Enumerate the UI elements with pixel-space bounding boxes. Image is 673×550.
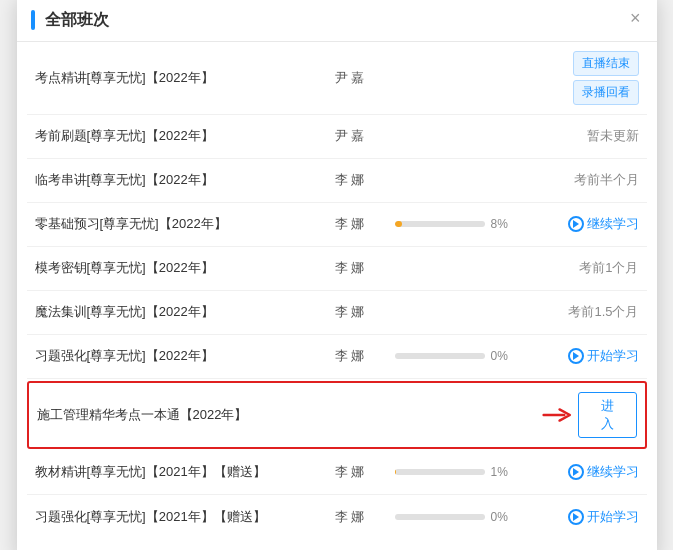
modal-title: 全部班次 bbox=[45, 10, 109, 31]
play-circle-icon bbox=[568, 348, 584, 364]
progress-bar-track bbox=[395, 514, 485, 520]
header-accent-bar bbox=[31, 10, 35, 30]
course-name: 模考密钥[尊享无忧]【2022年】 bbox=[35, 259, 335, 277]
progress-area: 1% bbox=[395, 465, 549, 479]
status-text: 考前1.5个月 bbox=[568, 303, 638, 321]
action-label: 继续学习 bbox=[587, 463, 639, 481]
action-area: 考前1个月 bbox=[549, 259, 639, 277]
table-row: 临考串讲[尊享无忧]【2022年】李 娜考前半个月 bbox=[27, 159, 647, 203]
teacher-name: 李 娜 bbox=[335, 347, 395, 365]
action-label: 继续学习 bbox=[587, 215, 639, 233]
status-text: 考前半个月 bbox=[574, 171, 639, 189]
close-button[interactable]: × bbox=[630, 9, 641, 27]
progress-bar-fill bbox=[395, 469, 396, 475]
live-end-button[interactable]: 直播结束 bbox=[573, 51, 639, 76]
progress-bar-track bbox=[395, 469, 485, 475]
progress-area: 0% bbox=[395, 349, 549, 363]
course-name: 考点精讲[尊享无忧]【2022年】 bbox=[35, 69, 335, 87]
progress-area: 8% bbox=[395, 217, 549, 231]
play-triangle-icon bbox=[573, 513, 579, 521]
action-area: 考前半个月 bbox=[549, 171, 639, 189]
course-name: 考前刷题[尊享无忧]【2022年】 bbox=[35, 127, 335, 145]
table-body: 考点精讲[尊享无忧]【2022年】尹 嘉直播结束录播回看考前刷题[尊享无忧]【2… bbox=[17, 42, 657, 539]
enter-wrapper: 进入 bbox=[542, 392, 637, 438]
course-name: 教材精讲[尊享无忧]【2021年】【赠送】 bbox=[35, 463, 335, 481]
teacher-name: 尹 嘉 bbox=[335, 69, 395, 87]
table-row: 零基础预习[尊享无忧]【2022年】李 娜8%继续学习 bbox=[27, 203, 647, 247]
progress-bar-fill bbox=[395, 221, 402, 227]
action-area: 暂未更新 bbox=[549, 127, 639, 145]
teacher-name: 李 娜 bbox=[335, 303, 395, 321]
table-row: 考前刷题[尊享无忧]【2022年】尹 嘉暂未更新 bbox=[27, 115, 647, 159]
action-area: 开始学习 bbox=[549, 508, 639, 526]
progress-percent: 1% bbox=[491, 465, 519, 479]
progress-percent: 0% bbox=[491, 510, 519, 524]
start-button[interactable]: 开始学习 bbox=[568, 508, 639, 526]
action-area: 开始学习 bbox=[549, 347, 639, 365]
progress-area: 0% bbox=[395, 510, 549, 524]
teacher-name: 尹 嘉 bbox=[335, 127, 395, 145]
play-circle-icon bbox=[568, 464, 584, 480]
status-text: 考前1个月 bbox=[579, 259, 638, 277]
continue-button[interactable]: 继续学习 bbox=[568, 463, 639, 481]
course-name: 临考串讲[尊享无忧]【2022年】 bbox=[35, 171, 335, 189]
table-row: 模考密钥[尊享无忧]【2022年】李 娜考前1个月 bbox=[27, 247, 647, 291]
status-text: 暂未更新 bbox=[587, 127, 639, 145]
progress-percent: 8% bbox=[491, 217, 519, 231]
progress-percent: 0% bbox=[491, 349, 519, 363]
action-label: 开始学习 bbox=[587, 508, 639, 526]
action-area: 直播结束录播回看 bbox=[549, 51, 639, 105]
play-circle-icon bbox=[568, 216, 584, 232]
action-area: 考前1.5个月 bbox=[549, 303, 639, 321]
start-button[interactable]: 开始学习 bbox=[568, 347, 639, 365]
continue-button[interactable]: 继续学习 bbox=[568, 215, 639, 233]
table-row: 教材精讲[尊享无忧]【2021年】【赠送】李 娜1%继续学习 bbox=[27, 451, 647, 495]
course-name: 零基础预习[尊享无忧]【2022年】 bbox=[35, 215, 335, 233]
play-triangle-icon bbox=[573, 468, 579, 476]
table-row: 考点精讲[尊享无忧]【2022年】尹 嘉直播结束录播回看 bbox=[27, 42, 647, 115]
teacher-name: 李 娜 bbox=[335, 215, 395, 233]
progress-bar-track bbox=[395, 353, 485, 359]
play-circle-icon bbox=[568, 509, 584, 525]
teacher-name: 李 娜 bbox=[335, 259, 395, 277]
action-area: 进入 bbox=[542, 392, 637, 438]
modal-container: 全部班次 × 考点精讲[尊享无忧]【2022年】尹 嘉直播结束录播回看考前刷题[… bbox=[17, 0, 657, 550]
table-row: 习题强化[尊享无忧]【2022年】李 娜0%开始学习 bbox=[27, 335, 647, 379]
replay-button[interactable]: 录播回看 bbox=[573, 80, 639, 105]
course-name: 习题强化[尊享无忧]【2022年】 bbox=[35, 347, 335, 365]
table-row: 魔法集训[尊享无忧]【2022年】李 娜考前1.5个月 bbox=[27, 291, 647, 335]
red-arrow-icon bbox=[542, 404, 572, 426]
modal-header: 全部班次 × bbox=[17, 0, 657, 42]
enter-button[interactable]: 进入 bbox=[578, 392, 637, 438]
table-row: 施工管理精华考点一本通【2022年】进入 bbox=[27, 381, 647, 449]
action-area: 继续学习 bbox=[549, 463, 639, 481]
course-name: 魔法集训[尊享无忧]【2022年】 bbox=[35, 303, 335, 321]
progress-bar-track bbox=[395, 221, 485, 227]
teacher-name: 李 娜 bbox=[335, 171, 395, 189]
action-label: 开始学习 bbox=[587, 347, 639, 365]
course-name: 习题强化[尊享无忧]【2021年】【赠送】 bbox=[35, 508, 335, 526]
play-triangle-icon bbox=[573, 352, 579, 360]
action-area: 继续学习 bbox=[549, 215, 639, 233]
course-name: 施工管理精华考点一本通【2022年】 bbox=[37, 406, 337, 424]
play-triangle-icon bbox=[573, 220, 579, 228]
table-row: 习题强化[尊享无忧]【2021年】【赠送】李 娜0%开始学习 bbox=[27, 495, 647, 539]
teacher-name: 李 娜 bbox=[335, 508, 395, 526]
teacher-name: 李 娜 bbox=[335, 463, 395, 481]
